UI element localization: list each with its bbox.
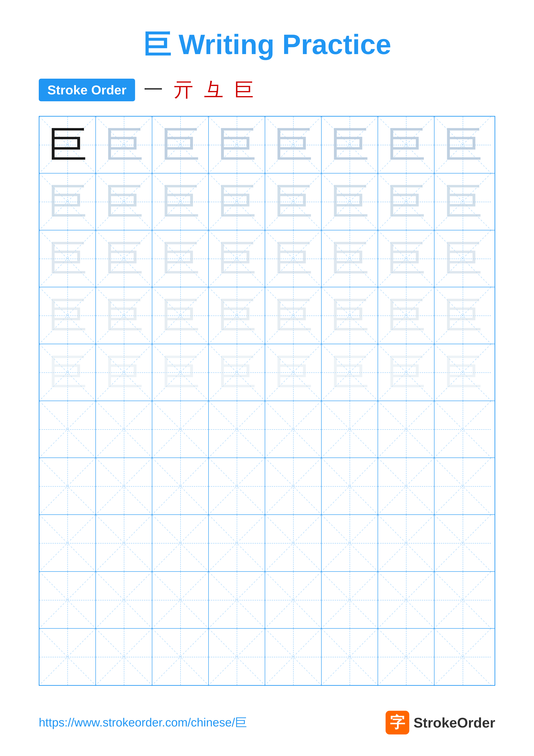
grid-cell[interactable]: 巨 xyxy=(378,287,435,344)
grid-cell[interactable]: 巨 xyxy=(378,230,435,287)
grid-cell[interactable] xyxy=(96,629,152,685)
practice-char: 巨 xyxy=(217,353,256,392)
grid-cell[interactable] xyxy=(435,401,491,458)
grid-cell[interactable] xyxy=(39,458,96,514)
svg-line-81 xyxy=(39,401,95,458)
grid-cell[interactable]: 巨 xyxy=(152,117,209,173)
svg-line-101 xyxy=(152,458,208,514)
grid-cell[interactable]: 巨 xyxy=(209,344,265,401)
grid-cell[interactable]: 巨 xyxy=(265,174,321,230)
grid-row: 巨 巨 巨 巨 巨 巨 巨 巨 xyxy=(39,344,495,401)
grid-cell[interactable]: 巨 xyxy=(96,230,152,287)
grid-cell[interactable]: 巨 xyxy=(321,174,378,230)
svg-line-118 xyxy=(209,515,265,571)
grid-cell[interactable] xyxy=(152,401,209,458)
grid-cell[interactable]: 巨 xyxy=(209,117,265,173)
footer-url-link[interactable]: https://www.strokeorder.com/chinese/巨 xyxy=(39,715,247,731)
grid-cell[interactable]: 巨 xyxy=(378,117,435,173)
svg-line-96 xyxy=(39,458,95,514)
grid-cell[interactable] xyxy=(96,401,152,458)
grid-cell[interactable] xyxy=(435,515,491,571)
grid-cell[interactable] xyxy=(39,515,96,571)
grid-cell[interactable]: 巨 xyxy=(321,287,378,344)
grid-cell[interactable]: 巨 xyxy=(265,117,321,173)
grid-cell[interactable]: 巨 xyxy=(321,117,378,173)
grid-cell[interactable]: 巨 xyxy=(321,344,378,401)
grid-cell[interactable] xyxy=(265,401,321,458)
grid-cell[interactable]: 巨 xyxy=(152,230,209,287)
grid-cell[interactable]: 巨 xyxy=(265,230,321,287)
practice-char: 巨 xyxy=(443,239,482,278)
grid-cell[interactable]: 巨 xyxy=(378,344,435,401)
grid-cell[interactable]: 巨 xyxy=(209,174,265,230)
grid-cell[interactable] xyxy=(209,401,265,458)
grid-cell[interactable] xyxy=(435,572,491,628)
grid-cell[interactable]: 巨 xyxy=(39,174,96,230)
practice-char: 巨 xyxy=(387,296,425,335)
grid-cell[interactable] xyxy=(265,515,321,571)
grid-cell[interactable] xyxy=(378,515,435,571)
grid-cell[interactable]: 巨 xyxy=(96,174,152,230)
grid-cell[interactable] xyxy=(435,458,491,514)
grid-cell[interactable] xyxy=(378,572,435,628)
grid-cell[interactable] xyxy=(39,629,96,685)
grid-cell[interactable] xyxy=(39,572,96,628)
grid-cell[interactable]: 巨 xyxy=(435,287,491,344)
grid-cell[interactable] xyxy=(265,572,321,628)
grid-cell[interactable]: 巨 xyxy=(152,344,209,401)
practice-char: 巨 xyxy=(217,296,256,335)
practice-char: 巨 xyxy=(443,182,482,221)
grid-cell[interactable]: 巨 xyxy=(96,344,152,401)
grid-cell[interactable] xyxy=(39,401,96,458)
grid-cell[interactable]: 巨 xyxy=(435,344,491,401)
grid-cell[interactable]: 巨 xyxy=(39,230,96,287)
grid-cell[interactable] xyxy=(96,515,152,571)
grid-cell[interactable]: 巨 xyxy=(321,230,378,287)
practice-grid: 巨 巨 巨 巨 xyxy=(39,116,495,686)
grid-cell[interactable]: 巨 xyxy=(209,230,265,287)
grid-cell[interactable] xyxy=(265,458,321,514)
grid-cell[interactable] xyxy=(378,458,435,514)
grid-cell[interactable]: 巨 xyxy=(435,230,491,287)
practice-char: 巨 xyxy=(48,125,87,164)
grid-cell[interactable]: 巨 xyxy=(209,287,265,344)
grid-cell[interactable]: 巨 xyxy=(39,344,96,401)
practice-char: 巨 xyxy=(274,125,313,164)
grid-cell[interactable] xyxy=(321,515,378,571)
svg-line-121 xyxy=(265,515,321,571)
grid-cell[interactable]: 巨 xyxy=(435,117,491,173)
grid-cell[interactable]: 巨 xyxy=(39,287,96,344)
grid-cell[interactable] xyxy=(265,629,321,685)
grid-cell[interactable] xyxy=(321,458,378,514)
grid-cell[interactable] xyxy=(96,572,152,628)
footer: https://www.strokeorder.com/chinese/巨 字 … xyxy=(0,711,534,735)
grid-cell[interactable]: 巨 xyxy=(378,174,435,230)
grid-cell[interactable] xyxy=(152,458,209,514)
grid-cell[interactable] xyxy=(152,629,209,685)
grid-cell[interactable] xyxy=(96,458,152,514)
grid-cell[interactable] xyxy=(321,572,378,628)
practice-char: 巨 xyxy=(161,296,200,335)
grid-cell[interactable]: 巨 xyxy=(39,117,96,173)
grid-cell[interactable]: 巨 xyxy=(96,287,152,344)
grid-cell[interactable] xyxy=(321,629,378,685)
grid-cell[interactable] xyxy=(152,515,209,571)
grid-cell[interactable]: 巨 xyxy=(265,344,321,401)
svg-line-97 xyxy=(39,458,95,514)
grid-cell[interactable]: 巨 xyxy=(152,174,209,230)
svg-line-135 xyxy=(209,572,265,628)
grid-cell[interactable]: 巨 xyxy=(265,287,321,344)
grid-cell[interactable] xyxy=(435,629,491,685)
grid-cell[interactable] xyxy=(152,572,209,628)
grid-cell[interactable] xyxy=(321,401,378,458)
grid-cell[interactable]: 巨 xyxy=(96,117,152,173)
grid-cell[interactable]: 巨 xyxy=(152,287,209,344)
grid-cell[interactable] xyxy=(209,515,265,571)
svg-line-93 xyxy=(378,401,434,458)
grid-cell[interactable] xyxy=(209,458,265,514)
grid-cell[interactable] xyxy=(378,629,435,685)
grid-cell[interactable] xyxy=(209,629,265,685)
grid-cell[interactable] xyxy=(378,401,435,458)
grid-cell[interactable] xyxy=(209,572,265,628)
grid-cell[interactable]: 巨 xyxy=(435,174,491,230)
